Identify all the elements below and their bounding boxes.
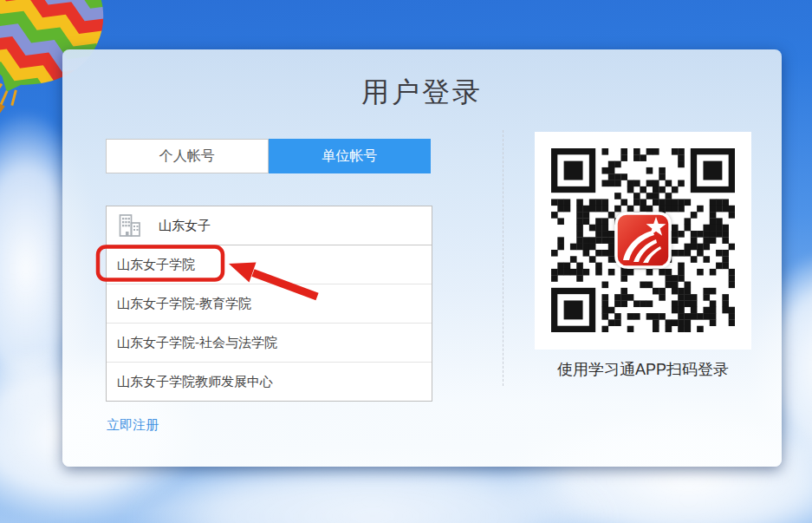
xuexitong-logo — [614, 212, 672, 269]
tab-organization-account-label: 单位帐号 — [322, 147, 377, 166]
page-title: 用户登录 — [62, 74, 782, 112]
account-type-tabs: 个人帐号 单位帐号 — [106, 139, 431, 173]
organization-search-combo: 山东女子学院 山东女子学院-教育学院 山东女子学院-社会与法学院 山东女子学院教… — [106, 206, 432, 402]
login-page: { "login_card": { "title": "用户登录", "tabs… — [0, 0, 812, 523]
qr-caption: 使用学习通APP扫码登录 — [470, 359, 812, 380]
suggestion-item-shandong-womens-university[interactable]: 山东女子学院 — [107, 245, 432, 284]
tab-personal-account-label: 个人帐号 — [159, 147, 215, 166]
login-card: 用户登录 个人帐号 单位帐号 — [62, 49, 782, 467]
tab-organization-account[interactable]: 单位帐号 — [269, 139, 432, 173]
register-now-link[interactable]: 立即注册 — [107, 417, 159, 434]
tab-personal-account[interactable]: 个人帐号 — [106, 139, 269, 173]
vertical-dashed-divider — [503, 130, 503, 386]
suggestion-item-teacher-development-center[interactable]: 山东女子学院教师发展中心 — [107, 363, 432, 401]
qr-login-panel — [535, 132, 751, 350]
organization-search-row — [107, 206, 432, 245]
organization-building-icon — [117, 213, 143, 238]
suggestion-item-society-law-college[interactable]: 山东女子学院-社会与法学院 — [107, 324, 432, 363]
organization-search-input[interactable] — [157, 218, 421, 234]
suggestion-item-education-college[interactable]: 山东女子学院-教育学院 — [107, 284, 432, 324]
